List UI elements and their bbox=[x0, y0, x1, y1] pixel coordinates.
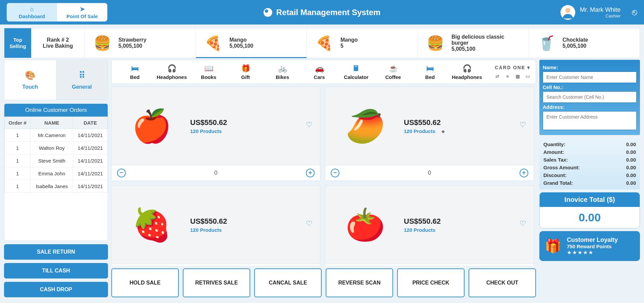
reverse-scan-button[interactable]: REVERSE SCAN bbox=[326, 268, 393, 297]
product-image-icon: 🍓 bbox=[120, 198, 183, 252]
category-item[interactable]: 🔖 Boo bbox=[485, 64, 491, 80]
product-thumb-icon: 🍔 bbox=[91, 32, 114, 54]
product-image-icon: 🍎 bbox=[120, 99, 183, 153]
mode-tab-label: General bbox=[72, 84, 92, 90]
heart-icon[interactable]: ♡ bbox=[520, 219, 526, 228]
heart-icon[interactable]: ♡ bbox=[306, 219, 313, 228]
category-item[interactable]: 🎧 Headphones bbox=[153, 64, 190, 80]
category-item[interactable]: 📖 Books bbox=[190, 64, 227, 80]
product-card: 🍅 US$550.62 120 Products ♡ − 0 + bbox=[325, 185, 534, 266]
top-selling-rank: Rank # 2 Live Baking bbox=[31, 28, 85, 58]
app-header: ⌂ Dashboard ➤ Point Of Sale Retail Manag… bbox=[0, 0, 644, 25]
logout-icon[interactable]: ⎋ bbox=[632, 7, 637, 17]
top-selling-item[interactable]: 🍔 Strawberry 5,005,100 bbox=[85, 28, 196, 58]
product-sub: 120 Products bbox=[190, 227, 312, 233]
table-row[interactable]: 1Emma John14/11/2021 bbox=[5, 167, 108, 180]
palette-icon: 🎨 bbox=[25, 70, 36, 81]
customer-name-input[interactable] bbox=[543, 72, 637, 83]
card-dropdown[interactable]: CARD ONE ▾ bbox=[495, 65, 530, 70]
product-image-icon: 🥭 bbox=[333, 99, 397, 153]
user-name: Mr. Mark White bbox=[580, 6, 621, 13]
quantity-bar: − 0 + bbox=[112, 264, 320, 266]
top-selling-item[interactable]: 🍕 Mango 5 bbox=[307, 28, 418, 58]
checkout-button[interactable]: CHECK OUT bbox=[469, 268, 536, 297]
user-block: Mr. Mark White Cashier ⎋ bbox=[560, 5, 637, 20]
sliders-icon[interactable]: ≡ bbox=[504, 74, 511, 79]
label-address: Address: bbox=[543, 104, 637, 110]
category-item[interactable]: 🎁 Gift bbox=[227, 64, 264, 80]
qty-minus-button[interactable]: − bbox=[117, 169, 126, 177]
customer-address-input[interactable] bbox=[543, 111, 637, 130]
product-thumb-icon: 🍕 bbox=[202, 32, 225, 54]
table-row[interactable]: 1Steve Smith14/11/2021 bbox=[5, 155, 108, 167]
shuffle-icon[interactable]: ⇄ bbox=[494, 74, 501, 79]
quantity-bar: − 0 + bbox=[325, 264, 534, 266]
category-icon: 🖩 bbox=[353, 64, 360, 73]
product-price: US$550.62 bbox=[404, 217, 526, 226]
top-selling-item[interactable]: 🥤 Chocklate 5,005,100 bbox=[529, 28, 640, 58]
quantity-bar: − 0 + bbox=[112, 165, 320, 180]
mode-tab-label: Touch bbox=[22, 84, 38, 90]
ts-name: Big delicious classic burger bbox=[451, 34, 523, 46]
product-grid: 🍎 US$550.62 120 Products ♡ − 0 + 🥭 US$55… bbox=[111, 87, 536, 266]
app-title-text: Retail Management System bbox=[276, 8, 381, 17]
sale-return-button[interactable]: SALE RETURN bbox=[4, 244, 108, 260]
category-item[interactable]: 🛏 Bed bbox=[412, 64, 448, 80]
table-row[interactable]: 1Isabella Janes14/11/2021 bbox=[5, 180, 108, 193]
category-icon: 🛏 bbox=[131, 64, 139, 73]
product-sub: 120 Products bbox=[404, 128, 526, 134]
label-name: Name: bbox=[543, 64, 637, 70]
totals-panel: Quantity:0.00 Amount:0.00 Sales Tax:0.00… bbox=[539, 138, 640, 189]
category-label: Books bbox=[201, 74, 216, 80]
grid-view-icon[interactable]: ▦ bbox=[514, 74, 521, 79]
qty-plus-button[interactable]: + bbox=[306, 169, 315, 177]
category-icon: 🎧 bbox=[463, 64, 472, 73]
table-row[interactable]: 1Mr.Cameron14/11/2021 bbox=[5, 129, 108, 142]
heart-icon[interactable]: ♡ bbox=[306, 121, 313, 129]
top-selling-item[interactable]: 🍕 Mango 5,005,100 bbox=[196, 28, 307, 58]
till-cash-button[interactable]: TILL CASH bbox=[4, 263, 108, 278]
product-card: 🍓 US$550.62 120 Products ♡ − 0 + bbox=[111, 185, 320, 266]
category-item[interactable]: 🎧 Headphones bbox=[448, 64, 485, 80]
cash-drop-button[interactable]: CASH DROP bbox=[4, 282, 108, 297]
retrieve-sale-button[interactable]: RETRIVES SALE bbox=[183, 268, 250, 297]
col-date: DATE bbox=[73, 117, 108, 129]
category-item[interactable]: 🚗 Cars bbox=[301, 64, 338, 80]
col-order: Order # bbox=[5, 117, 31, 129]
rect-view-icon[interactable]: ▭ bbox=[524, 74, 531, 79]
category-label: Calculator bbox=[344, 74, 368, 80]
home-icon: ⌂ bbox=[30, 6, 34, 13]
product-price: US$550.62 bbox=[190, 217, 312, 226]
avatar[interactable] bbox=[560, 5, 575, 20]
category-icon: 🛏 bbox=[426, 64, 434, 73]
category-icon: ☕ bbox=[389, 64, 398, 73]
send-icon: ➤ bbox=[80, 5, 85, 13]
category-label: Coffee bbox=[385, 74, 401, 80]
top-selling-item[interactable]: 🍔 Big delicious classic burger 5,005,100 bbox=[418, 28, 529, 58]
category-item[interactable]: ☕ Coffee bbox=[375, 64, 412, 80]
category-item[interactable]: 🚲 Bikes bbox=[264, 64, 301, 80]
price-check-button[interactable]: PRICE CHECK bbox=[397, 268, 465, 297]
qty-value: 0 bbox=[214, 170, 217, 176]
card-select-label: CARD ONE bbox=[495, 65, 525, 70]
category-item[interactable]: 🖩 Calculator bbox=[338, 64, 375, 80]
table-row[interactable]: 1Walton Roy14/11/2021 bbox=[5, 142, 108, 155]
hold-sale-button[interactable]: HOLD SALE bbox=[111, 268, 179, 297]
top-selling-bar: TopSelling Rank # 2 Live Baking 🍔 Strawb… bbox=[4, 28, 640, 58]
product-sub: 120 Products bbox=[404, 227, 526, 233]
mode-tab-touch[interactable]: 🎨 Touch bbox=[4, 60, 56, 100]
customer-cell-input[interactable] bbox=[543, 91, 637, 103]
orders-title: Online Customer Orders bbox=[4, 104, 108, 117]
nav-tab-pos[interactable]: ➤ Point Of Sale bbox=[57, 3, 107, 21]
category-item[interactable]: 🛏 Bed bbox=[116, 64, 153, 80]
ts-value: 5,005,100 bbox=[118, 43, 147, 49]
qty-plus-button[interactable]: + bbox=[520, 169, 528, 177]
cancel-sale-button[interactable]: CANCAL SALE bbox=[254, 268, 322, 297]
ts-value: 5,005,100 bbox=[562, 43, 588, 49]
heart-icon[interactable]: ♡ bbox=[520, 121, 526, 129]
qty-minus-button[interactable]: − bbox=[331, 169, 339, 177]
product-thumb-icon: 🍔 bbox=[424, 32, 447, 54]
mode-tab-general[interactable]: ⠿ General bbox=[56, 60, 108, 100]
loyalty-title: Customer Loyalty bbox=[567, 236, 618, 244]
nav-tab-dashboard[interactable]: ⌂ Dashboard bbox=[7, 3, 57, 21]
